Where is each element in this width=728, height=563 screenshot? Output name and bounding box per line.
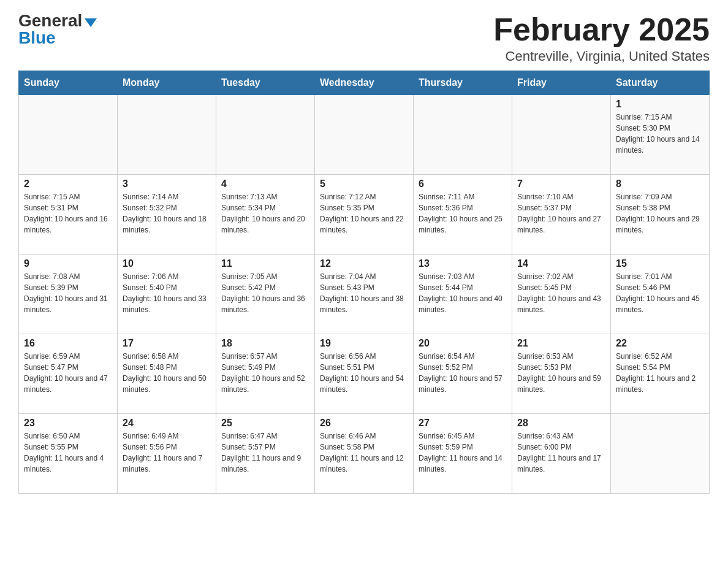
- day-info: Sunrise: 7:01 AMSunset: 5:46 PMDaylight:…: [616, 271, 704, 315]
- table-row: 19Sunrise: 6:56 AMSunset: 5:51 PMDayligh…: [315, 334, 414, 414]
- day-info: Sunrise: 6:45 AMSunset: 5:59 PMDaylight:…: [419, 431, 507, 475]
- day-number: 18: [221, 338, 309, 349]
- table-row: 18Sunrise: 6:57 AMSunset: 5:49 PMDayligh…: [216, 334, 315, 414]
- table-row: 6Sunrise: 7:11 AMSunset: 5:36 PMDaylight…: [414, 175, 512, 255]
- day-number: 12: [320, 258, 408, 269]
- table-row: 28Sunrise: 6:43 AMSunset: 6:00 PMDayligh…: [512, 414, 611, 494]
- table-row: 26Sunrise: 6:46 AMSunset: 5:58 PMDayligh…: [315, 414, 414, 494]
- day-number: 27: [419, 418, 507, 429]
- header-monday: Monday: [118, 71, 216, 95]
- day-number: 15: [616, 258, 704, 269]
- day-number: 2: [24, 178, 112, 190]
- day-info: Sunrise: 7:09 AMSunset: 5:38 PMDaylight:…: [616, 191, 704, 236]
- day-info: Sunrise: 6:53 AMSunset: 5:53 PMDaylight:…: [517, 351, 605, 395]
- day-number: 10: [123, 258, 211, 269]
- table-row: [611, 414, 710, 494]
- day-info: Sunrise: 6:49 AMSunset: 5:56 PMDaylight:…: [123, 431, 211, 475]
- day-number: 17: [123, 338, 211, 349]
- table-row: [19, 95, 118, 175]
- table-row: 21Sunrise: 6:53 AMSunset: 5:53 PMDayligh…: [512, 334, 611, 414]
- day-info: Sunrise: 7:05 AMSunset: 5:42 PMDaylight:…: [221, 271, 309, 315]
- day-info: Sunrise: 6:43 AMSunset: 6:00 PMDaylight:…: [517, 431, 605, 475]
- day-info: Sunrise: 7:06 AMSunset: 5:40 PMDaylight:…: [123, 271, 211, 315]
- table-row: 2Sunrise: 7:15 AMSunset: 5:31 PMDaylight…: [19, 175, 118, 255]
- day-number: 6: [419, 178, 507, 190]
- day-number: 26: [320, 418, 408, 429]
- page-header: General Blue February 2025 Centreville, …: [18, 12, 710, 64]
- table-row: 22Sunrise: 6:52 AMSunset: 5:54 PMDayligh…: [611, 334, 710, 414]
- day-number: 1: [616, 99, 704, 110]
- day-info: Sunrise: 6:59 AMSunset: 5:47 PMDaylight:…: [24, 351, 112, 395]
- table-row: 20Sunrise: 6:54 AMSunset: 5:52 PMDayligh…: [414, 334, 512, 414]
- day-number: 4: [221, 178, 309, 190]
- calendar-week-5: 23Sunrise: 6:50 AMSunset: 5:55 PMDayligh…: [19, 414, 710, 494]
- day-number: 13: [419, 258, 507, 269]
- logo-arrow-icon: [85, 18, 97, 27]
- table-row: 11Sunrise: 7:05 AMSunset: 5:42 PMDayligh…: [216, 255, 315, 334]
- day-number: 28: [517, 418, 605, 429]
- calendar-table: Sunday Monday Tuesday Wednesday Thursday…: [18, 71, 710, 494]
- table-row: 1Sunrise: 7:15 AMSunset: 5:30 PMDaylight…: [611, 95, 710, 175]
- table-row: 3Sunrise: 7:14 AMSunset: 5:32 PMDaylight…: [118, 175, 216, 255]
- day-info: Sunrise: 6:54 AMSunset: 5:52 PMDaylight:…: [419, 351, 507, 395]
- table-row: 16Sunrise: 6:59 AMSunset: 5:47 PMDayligh…: [19, 334, 118, 414]
- day-info: Sunrise: 7:10 AMSunset: 5:37 PMDaylight:…: [517, 191, 605, 236]
- day-number: 19: [320, 338, 408, 349]
- location-label: Centreville, Virginia, United States: [493, 48, 710, 64]
- day-number: 16: [24, 338, 112, 349]
- day-number: 21: [517, 338, 605, 349]
- table-row: 8Sunrise: 7:09 AMSunset: 5:38 PMDaylight…: [611, 175, 710, 255]
- day-number: 9: [24, 258, 112, 269]
- table-row: 9Sunrise: 7:08 AMSunset: 5:39 PMDaylight…: [19, 255, 118, 334]
- day-info: Sunrise: 6:57 AMSunset: 5:49 PMDaylight:…: [221, 351, 309, 395]
- logo-general-line: General: [18, 12, 97, 29]
- month-title: February 2025: [493, 12, 710, 47]
- logo-blue-text: Blue: [18, 28, 56, 47]
- day-number: 11: [221, 258, 309, 269]
- day-number: 20: [419, 338, 507, 349]
- header-friday: Friday: [512, 71, 611, 95]
- day-info: Sunrise: 7:04 AMSunset: 5:43 PMDaylight:…: [320, 271, 408, 315]
- day-info: Sunrise: 7:15 AMSunset: 5:30 PMDaylight:…: [616, 112, 704, 156]
- table-row: [315, 95, 414, 175]
- day-info: Sunrise: 7:02 AMSunset: 5:45 PMDaylight:…: [517, 271, 605, 315]
- day-number: 8: [616, 178, 704, 190]
- header-thursday: Thursday: [414, 71, 512, 95]
- logo-general-text: General: [18, 11, 82, 30]
- day-info: Sunrise: 7:12 AMSunset: 5:35 PMDaylight:…: [320, 191, 408, 236]
- table-row: 13Sunrise: 7:03 AMSunset: 5:44 PMDayligh…: [414, 255, 512, 334]
- logo: General Blue: [18, 12, 97, 47]
- calendar-week-1: 1Sunrise: 7:15 AMSunset: 5:30 PMDaylight…: [19, 95, 710, 175]
- table-row: 17Sunrise: 6:58 AMSunset: 5:48 PMDayligh…: [118, 334, 216, 414]
- day-info: Sunrise: 7:14 AMSunset: 5:32 PMDaylight:…: [123, 191, 211, 236]
- table-row: 7Sunrise: 7:10 AMSunset: 5:37 PMDaylight…: [512, 175, 611, 255]
- day-info: Sunrise: 6:56 AMSunset: 5:51 PMDaylight:…: [320, 351, 408, 395]
- day-info: Sunrise: 7:11 AMSunset: 5:36 PMDaylight:…: [419, 191, 507, 236]
- calendar-week-2: 2Sunrise: 7:15 AMSunset: 5:31 PMDaylight…: [19, 175, 710, 255]
- header-wednesday: Wednesday: [315, 71, 414, 95]
- header-sunday: Sunday: [19, 71, 118, 95]
- table-row: 12Sunrise: 7:04 AMSunset: 5:43 PMDayligh…: [315, 255, 414, 334]
- day-info: Sunrise: 6:47 AMSunset: 5:57 PMDaylight:…: [221, 431, 309, 475]
- table-row: 24Sunrise: 6:49 AMSunset: 5:56 PMDayligh…: [118, 414, 216, 494]
- title-section: February 2025 Centreville, Virginia, Uni…: [493, 12, 710, 64]
- calendar-week-4: 16Sunrise: 6:59 AMSunset: 5:47 PMDayligh…: [19, 334, 710, 414]
- table-row: [414, 95, 512, 175]
- day-info: Sunrise: 6:58 AMSunset: 5:48 PMDaylight:…: [123, 351, 211, 395]
- calendar-week-3: 9Sunrise: 7:08 AMSunset: 5:39 PMDaylight…: [19, 255, 710, 334]
- header-tuesday: Tuesday: [216, 71, 315, 95]
- table-row: 14Sunrise: 7:02 AMSunset: 5:45 PMDayligh…: [512, 255, 611, 334]
- calendar-header-row: Sunday Monday Tuesday Wednesday Thursday…: [19, 71, 710, 95]
- day-info: Sunrise: 6:50 AMSunset: 5:55 PMDaylight:…: [24, 431, 112, 475]
- day-number: 5: [320, 178, 408, 190]
- table-row: [118, 95, 216, 175]
- day-number: 22: [616, 338, 704, 349]
- header-saturday: Saturday: [611, 71, 710, 95]
- table-row: 15Sunrise: 7:01 AMSunset: 5:46 PMDayligh…: [611, 255, 710, 334]
- day-number: 23: [24, 418, 112, 429]
- day-info: Sunrise: 7:03 AMSunset: 5:44 PMDaylight:…: [419, 271, 507, 315]
- table-row: 27Sunrise: 6:45 AMSunset: 5:59 PMDayligh…: [414, 414, 512, 494]
- table-row: [512, 95, 611, 175]
- day-info: Sunrise: 7:15 AMSunset: 5:31 PMDaylight:…: [24, 191, 112, 236]
- table-row: 23Sunrise: 6:50 AMSunset: 5:55 PMDayligh…: [19, 414, 118, 494]
